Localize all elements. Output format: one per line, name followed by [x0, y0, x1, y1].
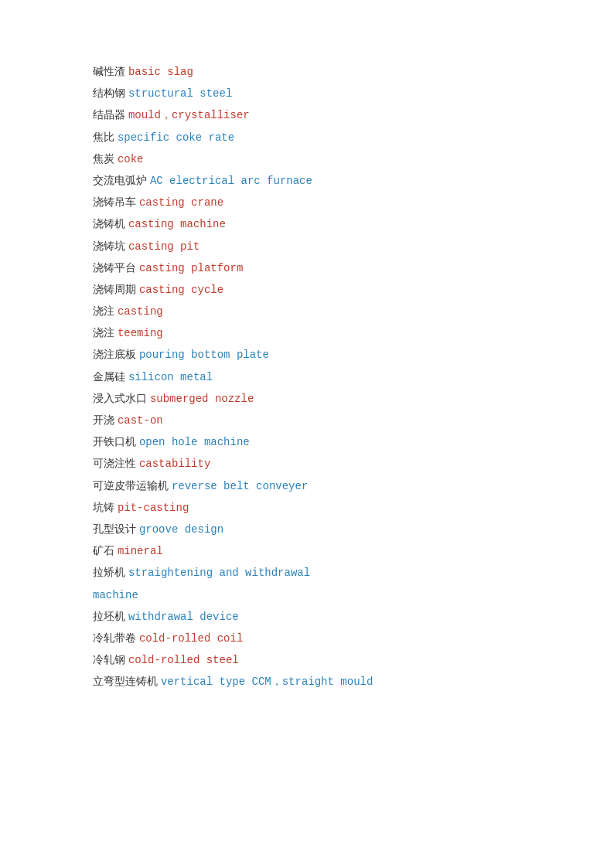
list-item: 浇铸周期 casting cycle [93, 280, 521, 300]
entry-en: silicon metal [128, 371, 213, 383]
entry-zh: 结构钢 [93, 87, 125, 99]
entry-en: teeming [118, 327, 163, 339]
entry-en: withdrawal device [128, 611, 239, 623]
entry-zh: 开铁口机 [93, 435, 136, 448]
entry-en: casting platform [139, 262, 243, 274]
list-item: 孔型设计 groove design [93, 519, 521, 540]
list-item: 矿石 mineral [93, 541, 521, 561]
entry-zh: 浇铸平台 [93, 261, 136, 274]
list-item: 开浇 cast-on [93, 410, 521, 431]
entry-zh: 浇注 [93, 305, 114, 317]
list-item: 浇注 teeming [93, 323, 521, 343]
list-item: 可逆皮带运输机 reverse belt conveyer [93, 476, 521, 496]
entry-zh: 可逆皮带运输机 [93, 479, 169, 492]
entry-en: mould，crystalliser [128, 109, 250, 121]
list-item: 冷轧带卷 cold-rolled coil [93, 628, 521, 648]
entry-zh: 结晶器 [93, 108, 125, 121]
entry-zh: 浸入式水口 [93, 392, 147, 404]
entry-zh: 孔型设计 [93, 523, 136, 535]
list-item: 金属硅 silicon metal [93, 367, 521, 387]
entry-en: casting pit [128, 240, 200, 253]
list-item: 坑铸 pit-casting [93, 498, 521, 518]
entry-en: castability [139, 458, 210, 470]
list-item: 浇铸机 casting machine [93, 214, 521, 234]
list-item: 浸入式水口 submerged nozzle [93, 389, 521, 409]
list-item: 焦炭 coke [93, 149, 521, 169]
list-item: machine [93, 585, 521, 605]
entry-zh: 焦炭 [93, 152, 114, 165]
entry-zh: 焦比 [93, 131, 114, 143]
entry-zh: 浇铸周期 [93, 283, 136, 295]
list-item: 拉坯机 withdrawal device [93, 607, 521, 627]
entry-en: AC electrical arc furnace [150, 175, 312, 187]
list-item: 浇铸坑 casting pit [93, 237, 521, 257]
entry-en: casting crane [139, 196, 223, 209]
entry-zh: 浇注 [93, 326, 114, 339]
list-item: 碱性渣 basic slag [93, 62, 521, 82]
entry-en: pouring bottom plate [139, 349, 269, 361]
entry-zh: 拉矫机 [93, 566, 125, 578]
list-item: 立弯型连铸机 vertical type CCM，straight mould [93, 672, 521, 692]
entry-en: casting machine [128, 218, 226, 230]
entry-zh: 交流电弧炉 [93, 174, 147, 186]
list-item: 开铁口机 open hole machine [93, 432, 521, 452]
list-item: 焦比 specific coke rate [93, 128, 521, 148]
entry-en: casting [118, 305, 163, 318]
entry-en: straightening and withdrawal [128, 567, 310, 579]
entry-zh: 拉坯机 [93, 610, 125, 622]
entry-zh: 可浇注性 [93, 457, 136, 469]
entry-zh: 立弯型连铸机 [93, 675, 158, 687]
entry-en: structural steel [128, 87, 232, 100]
entry-en: cold-rolled steel [128, 654, 239, 666]
entry-zh: 浇注底板 [93, 348, 136, 360]
entry-en: cold-rolled coil [139, 632, 243, 645]
entry-zh: 矿石 [93, 544, 114, 557]
entry-zh: 坑铸 [93, 501, 114, 513]
entry-zh: 冷轧钢 [93, 653, 125, 665]
list-item: 可浇注性 castability [93, 454, 521, 474]
entry-en: specific coke rate [118, 131, 234, 144]
entry-zh: 冷轧带卷 [93, 631, 136, 644]
entry-en-continuation: machine [93, 589, 138, 601]
entry-en: open hole machine [139, 436, 250, 448]
entry-en: casting cycle [139, 284, 223, 296]
list-item: 结构钢 structural steel [93, 83, 521, 104]
entry-en: cast-on [118, 414, 163, 427]
entry-zh: 开浇 [93, 414, 114, 426]
list-item: 交流电弧炉 AC electrical arc furnace [93, 171, 521, 191]
list-item: 浇注底板 pouring bottom plate [93, 345, 521, 365]
entry-zh: 浇铸吊车 [93, 196, 136, 208]
entry-en: coke [118, 153, 144, 165]
list-item: 浇铸吊车 casting crane [93, 192, 521, 213]
list-item: 结晶器 mould，crystalliser [93, 105, 521, 125]
entry-en: vertical type CCM，straight mould [161, 676, 373, 688]
entry-zh: 碱性渣 [93, 65, 125, 77]
entry-en: submerged nozzle [150, 393, 254, 405]
list-item: 浇注 casting [93, 301, 521, 322]
entry-en: basic slag [128, 66, 193, 78]
list-item: 浇铸平台 casting platform [93, 258, 521, 278]
entry-en: groove design [139, 523, 223, 536]
entry-zh: 浇铸机 [93, 217, 125, 230]
entry-zh: 浇铸坑 [93, 240, 125, 252]
entry-en: mineral [118, 545, 163, 557]
entry-en: reverse belt conveyer [172, 480, 308, 492]
list-item: 拉矫机 straightening and withdrawal [93, 563, 521, 583]
entry-en: pit-casting [118, 502, 189, 514]
list-item: 冷轧钢 cold-rolled steel [93, 650, 521, 670]
entry-zh: 金属硅 [93, 370, 125, 383]
